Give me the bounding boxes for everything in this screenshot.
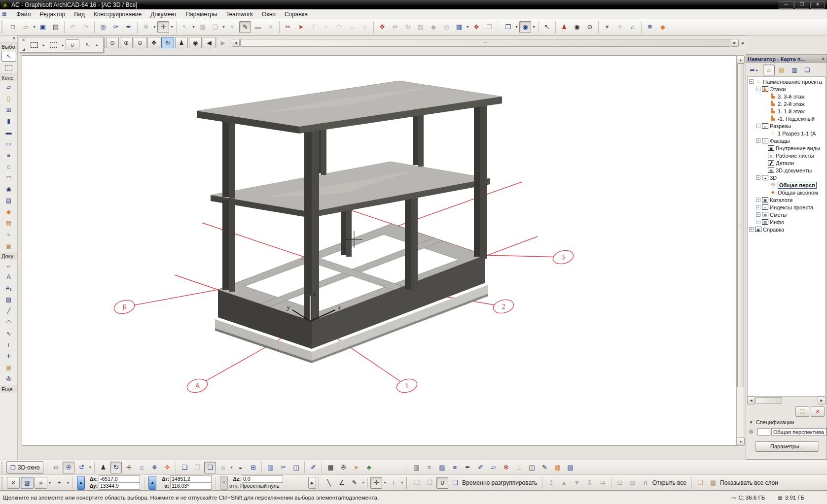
arrow-info-dropdown[interactable]: ▾	[191, 25, 196, 29]
dy-input[interactable]: 13344,9	[99, 482, 140, 490]
intersect-button[interactable]: ◆	[428, 21, 439, 33]
new-document-button[interactable]: □	[7, 21, 19, 33]
pen-palette-button[interactable]: ▦	[551, 462, 563, 473]
navigator-title-bar[interactable]: Навигатор - Карта п... ✕	[746, 55, 827, 63]
grid-rotate-button[interactable]: ⌗	[35, 477, 47, 489]
flythrough-button[interactable]: ➤	[350, 462, 362, 473]
menu-help[interactable]: Справка	[280, 10, 312, 18]
graphic-override-button[interactable]: ✻	[500, 462, 512, 473]
viewport-vscrollbar[interactable]: ▲ ⋯ ▼	[736, 55, 744, 446]
tree-item-story-basement[interactable]: ▙-1. Подземный	[748, 115, 825, 122]
zoom-percent-button[interactable]: ⊙	[106, 37, 119, 48]
tree-item-sections[interactable]: −⌂Разрезы	[748, 122, 825, 130]
beam-tool[interactable]: ▬	[1, 127, 16, 138]
find-select-button[interactable]: ◎	[97, 21, 109, 33]
copy-dropdown[interactable]: ▾	[221, 25, 226, 29]
origin-xy-icon[interactable]: ▲	[77, 476, 85, 490]
expand-icon[interactable]: +	[756, 205, 760, 209]
new-viewpoint-button[interactable]: ❏	[795, 406, 809, 417]
arc-tool[interactable]: ◠	[1, 317, 16, 328]
slab-tool[interactable]: ▭	[1, 138, 16, 149]
door-tool[interactable]: ▯	[1, 93, 16, 104]
fills-settings-button[interactable]: ▨	[436, 462, 448, 473]
tree-item-story-2[interactable]: ▙2. 2-й этаж	[748, 100, 825, 107]
hatch-editor-button[interactable]: ▧	[564, 462, 576, 473]
user-origin-button[interactable]: ＋	[53, 477, 66, 489]
terrain-settings-button[interactable]: ≈	[423, 462, 435, 473]
mdi-document-icon[interactable]: ▦	[2, 11, 9, 17]
toolbox-section-more[interactable]: Еще	[0, 385, 17, 393]
mirror-button[interactable]: ⇌	[389, 21, 401, 33]
trim-button[interactable]: ➤	[295, 21, 307, 33]
3d-viewport[interactable]: А Б 1 2 3 z y x	[22, 55, 736, 446]
show-3d-dropdown[interactable]: ▾	[532, 25, 536, 29]
bring-forward-button[interactable]: ▲	[558, 477, 570, 489]
look-to-button[interactable]: ◉	[189, 37, 202, 48]
menu-window[interactable]: Окно	[257, 10, 280, 18]
minimize-button[interactable]: ─	[779, 1, 793, 9]
tree-item-3d-documents[interactable]: ▤3D-документы	[748, 167, 825, 174]
orbit-mode-dropdown[interactable]: ▾	[88, 465, 92, 470]
ungroup-button[interactable]: ❐	[424, 477, 435, 489]
zoom-out-button[interactable]: ⊖	[134, 37, 146, 48]
collapse-icon[interactable]: −	[756, 175, 760, 180]
marquee-select-button[interactable]	[27, 39, 41, 50]
label-tool[interactable]: A₁	[1, 283, 16, 294]
bring-to-front-button[interactable]: ↥	[545, 477, 557, 489]
send-backward-button[interactable]: ▼	[571, 477, 583, 489]
view-id-field[interactable]	[757, 428, 770, 436]
menu-edit[interactable]: Редактор	[36, 10, 70, 18]
dimension-tool[interactable]: ↔	[1, 260, 16, 271]
nav-scroll-right[interactable]: ▶	[818, 397, 826, 404]
project-chooser-button[interactable]: ➦▸	[747, 65, 762, 75]
tree-item-interior[interactable]: ▣Внутренние виды	[748, 144, 825, 152]
hotspot-tool[interactable]: ✛	[1, 351, 16, 362]
tree-item-lists[interactable]: +▤Сметы	[748, 211, 825, 218]
suspend-groups-label[interactable]: Временно разгруппировать	[462, 479, 538, 486]
user-origin-submenu[interactable]: ▸	[66, 480, 71, 485]
object-tool[interactable]: ▣	[1, 240, 16, 251]
sun-shadows-button[interactable]: ☼	[217, 462, 229, 473]
rotate-button[interactable]: ↻	[402, 21, 414, 33]
camera-tool[interactable]: ✇	[1, 373, 16, 384]
corner-button[interactable]: ⌐	[321, 21, 332, 33]
fill-tool[interactable]: ▨	[1, 294, 16, 305]
show-all-layers-button[interactable]: ▤	[707, 477, 719, 489]
cursor-submenu[interactable]: ▸	[95, 43, 99, 47]
tree-item-story-3[interactable]: ▙3. 3-й этаж	[748, 93, 825, 100]
orbit-mode-button[interactable]: ↺	[75, 462, 87, 473]
unlock-button[interactable]: ⊟	[627, 477, 639, 489]
save-view-button[interactable]: ❐	[191, 462, 203, 473]
nav-hscroll-thumb[interactable]: ⋯	[755, 397, 782, 404]
pan-button[interactable]: ✥	[147, 37, 160, 48]
nav-scroll-left[interactable]: ◀	[747, 397, 755, 404]
specifications-header[interactable]: ▼ Спецификации	[749, 419, 794, 425]
view-name-field[interactable]: Общая перспектива	[771, 428, 827, 436]
favorites-dropdown[interactable]: ▾	[152, 25, 157, 29]
view-map-button[interactable]: ▤	[776, 65, 788, 75]
surface-painter-button[interactable]: ✐	[474, 462, 486, 473]
open-project-button[interactable]: ▱	[20, 21, 32, 33]
resize-grip-icon[interactable]: ◢	[739, 39, 746, 46]
suspend-groups-button[interactable]: ❑	[449, 477, 461, 489]
arrow-tool[interactable]: ↖	[1, 51, 16, 62]
tracker-close-button[interactable]: ✕	[7, 477, 20, 489]
column-tool[interactable]: ▮	[1, 116, 16, 127]
magnet-button[interactable]: ∪	[66, 39, 79, 50]
origin-z-icon[interactable]: ✕	[220, 476, 228, 490]
cut-elements-3d-button[interactable]: ✂	[277, 462, 289, 473]
notes-button[interactable]: ▱	[487, 462, 499, 473]
navigator-hscrollbar[interactable]: ◀ ⋯ ▶	[747, 397, 826, 404]
unlock-all-button[interactable]: ∩	[640, 477, 651, 489]
navigator-close-icon[interactable]: ✕	[821, 57, 825, 62]
pen-override-button[interactable]: ✎	[349, 477, 360, 489]
dz-input[interactable]: 0,0	[242, 475, 283, 483]
open-dropdown[interactable]: ▾	[32, 25, 36, 29]
paint-surface-button[interactable]: ✐	[307, 462, 319, 473]
explore-button[interactable]: ♟	[175, 37, 188, 48]
grid-rotate-submenu[interactable]: ▸	[48, 480, 52, 485]
snap-cursor-button[interactable]: ✛	[157, 21, 169, 33]
previous-zoom-button[interactable]: ◀	[203, 37, 216, 48]
expand-icon[interactable]: +	[756, 198, 760, 202]
grid-snap-button[interactable]: ▦	[196, 21, 208, 33]
